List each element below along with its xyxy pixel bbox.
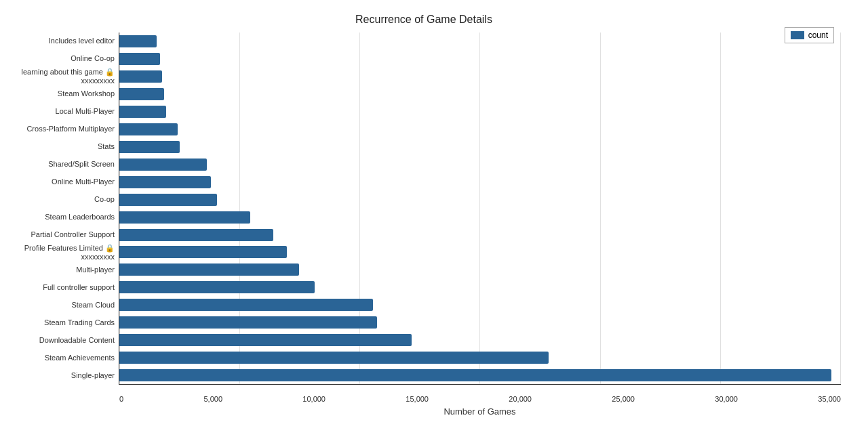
bar-row xyxy=(119,69,841,84)
x-axis-labels: 05,00010,00015,00020,00025,00030,00035,0… xyxy=(119,395,841,403)
y-axis-label: learning about this game 🔒 xxxxxxxxx xyxy=(7,68,115,85)
bar xyxy=(119,352,549,364)
bar xyxy=(119,229,273,241)
bar xyxy=(119,194,217,206)
bar-row xyxy=(119,228,841,242)
x-tick-label: 25,000 xyxy=(612,395,635,403)
y-axis-label: Partial Controller Support xyxy=(31,226,115,244)
bar-row xyxy=(119,157,841,172)
chart-area: Single-playerSteam AchievementsDownloada… xyxy=(7,33,841,385)
bar-row xyxy=(119,104,841,119)
y-axis-label: Multi-player xyxy=(76,261,115,279)
y-axis-label: Cross-Platform Multiplayer xyxy=(26,121,115,138)
bar xyxy=(119,246,287,258)
y-axis-label: Stats xyxy=(98,138,115,156)
bar-row xyxy=(119,297,841,312)
y-axis-label: Steam Trading Cards xyxy=(44,314,115,332)
y-axis-label: Shared/Split Screen xyxy=(48,156,115,173)
bar xyxy=(119,281,315,293)
bar xyxy=(119,35,157,47)
y-axis-label: Downloadable Content xyxy=(39,332,115,350)
y-axis-label: Single-player xyxy=(71,367,115,385)
bars-wrapper xyxy=(119,33,841,384)
y-axis-label: Local Multi-Player xyxy=(56,103,115,121)
bar-row xyxy=(119,192,841,207)
x-tick-label: 10,000 xyxy=(302,395,326,403)
bar-row xyxy=(119,175,841,190)
bar xyxy=(119,141,180,153)
bar-row xyxy=(119,262,841,277)
x-tick-label: 30,000 xyxy=(715,395,738,403)
chart-title: Recurrence of Game Details xyxy=(7,14,841,26)
bar-row xyxy=(119,122,841,137)
x-tick-label: 35,000 xyxy=(818,395,841,403)
x-axis-title: Number of Games xyxy=(119,406,841,417)
chart-container: Recurrence of Game Details count Single-… xyxy=(0,0,868,422)
y-axis-label: Profile Features Limited 🔒 xxxxxxxxx xyxy=(7,244,115,261)
x-tick-label: 5,000 xyxy=(203,395,222,403)
bar-row xyxy=(119,350,841,365)
bar-row xyxy=(119,140,841,154)
x-tick-label: 0 xyxy=(119,395,123,403)
bar xyxy=(119,123,178,135)
x-tick-label: 15,000 xyxy=(406,395,429,403)
y-axis-label: Steam Cloud xyxy=(71,297,115,314)
bar-row xyxy=(119,210,841,225)
y-axis-label: Online Co-op xyxy=(71,50,115,68)
bar-row xyxy=(119,87,841,102)
x-tick-label: 20,000 xyxy=(509,395,532,403)
bar xyxy=(119,316,377,329)
y-axis-label: Steam Leaderboards xyxy=(45,209,115,226)
y-axis-label: Steam Workshop xyxy=(58,85,115,103)
bar xyxy=(119,176,211,188)
y-axis-label: Steam Achievements xyxy=(45,350,115,367)
y-axis-labels: Single-playerSteam AchievementsDownloada… xyxy=(7,33,119,385)
bar-row xyxy=(119,333,841,347)
bar-row xyxy=(119,368,841,383)
bar xyxy=(119,263,299,276)
bar-row xyxy=(119,245,841,259)
y-axis-label: Co-op xyxy=(94,191,115,209)
bar xyxy=(119,106,166,118)
bar xyxy=(119,159,207,171)
bar xyxy=(119,53,160,65)
bar-row xyxy=(119,34,841,49)
y-axis-label: Online Multi-Player xyxy=(52,173,115,191)
bar xyxy=(119,299,373,311)
bar xyxy=(119,334,412,346)
bar xyxy=(119,211,250,224)
bar-row xyxy=(119,51,841,66)
bar-row xyxy=(119,280,841,295)
bar xyxy=(119,70,162,83)
bars-and-grid: 05,00010,00015,00020,00025,00030,00035,0… xyxy=(119,33,841,385)
y-axis-label: Full controller support xyxy=(43,279,115,297)
y-axis-label: Includes level editor xyxy=(49,33,115,50)
bar xyxy=(119,369,831,381)
bar xyxy=(119,88,164,100)
bar-row xyxy=(119,315,841,330)
